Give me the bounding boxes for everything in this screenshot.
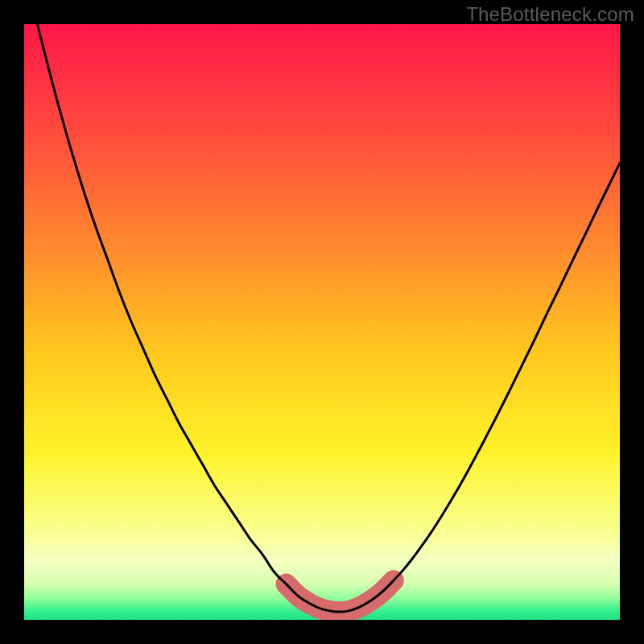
chart-svg: [24, 24, 620, 620]
bottleneck-curve: [24, 24, 620, 612]
watermark-text: TheBottleneck.com: [466, 3, 634, 26]
chart-frame: [24, 24, 620, 620]
